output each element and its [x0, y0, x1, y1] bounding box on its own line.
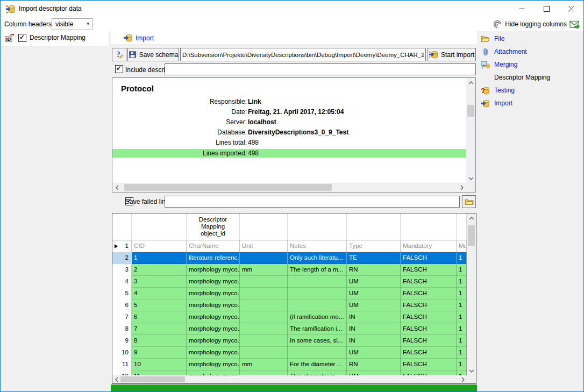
grid-cell[interactable]: 2 [132, 264, 187, 276]
grid-cell[interactable] [240, 252, 288, 264]
import-section-link[interactable]: Import [124, 33, 154, 42]
grid-cell[interactable]: morphology myco... [187, 359, 240, 370]
scroll-right-arrow[interactable] [457, 183, 466, 192]
grid-cell[interactable]: TE [347, 252, 401, 264]
grid-cell[interactable] [288, 347, 347, 359]
grid-cell[interactable] [240, 323, 288, 335]
grid-cell[interactable]: FALSCH [401, 370, 457, 375]
scroll-left-arrow[interactable] [112, 375, 120, 383]
title-bar[interactable]: Import descriptor data [1, 1, 583, 17]
scroll-left-arrow[interactable] [112, 183, 122, 192]
grid-cell[interactable]: 3 [132, 276, 187, 288]
grid-cell[interactable]: This character is... [288, 370, 347, 375]
scroll-up-arrow[interactable] [467, 213, 476, 223]
scroll-thumb[interactable] [124, 184, 332, 191]
grid-cell[interactable]: IN [347, 323, 401, 335]
grid-row-11[interactable]: 1110morphology myco...mmFor the diameter… [112, 359, 467, 370]
grid-cell[interactable]: Multi [457, 240, 467, 252]
grid-row-header[interactable]: 12 [112, 370, 132, 375]
descriptor-mapping-checkbox[interactable] [18, 34, 26, 42]
sidebar-item-import[interactable]: Import [481, 99, 550, 108]
grid-row-header[interactable]: 9 [112, 335, 132, 347]
grid-cell[interactable]: The length of a m... [288, 264, 347, 276]
grid-cell[interactable] [240, 276, 288, 288]
column-headers-dropdown[interactable]: visible ▾ [52, 18, 92, 30]
grid-cell[interactable]: 1 [457, 252, 467, 264]
grid-cell[interactable]: FALSCH [401, 288, 457, 300]
grid-cell[interactable]: RN [347, 359, 401, 370]
grid-row-3[interactable]: 32morphology myco...mmThe length of a m.… [112, 264, 467, 276]
grid-cell[interactable]: Only such literatu... [288, 252, 347, 264]
protocol-horizontal-scrollbar[interactable] [112, 183, 466, 192]
grid-cell[interactable]: 5 [132, 300, 187, 311]
grid-row-header[interactable]: 8 [112, 323, 132, 335]
grid-cell[interactable]: 1 [457, 370, 467, 375]
grid-cell[interactable]: Type [347, 240, 401, 252]
grid-cell[interactable]: 1 [457, 288, 467, 300]
include-description-checkbox[interactable] [115, 65, 123, 73]
grid-cell[interactable]: FALSCH [401, 323, 457, 335]
grid-cell[interactable]: 1 [132, 252, 187, 264]
grid-cell[interactable]: 1 [457, 300, 467, 311]
grid-vertical-scrollbar[interactable] [467, 213, 476, 375]
grid-cell[interactable]: morphology myco... [187, 300, 240, 311]
grid-cell[interactable]: morphology myco... [187, 323, 240, 335]
grid-cell[interactable]: FALSCH [401, 276, 457, 288]
grid-cell[interactable]: FALSCH [401, 347, 457, 359]
mapping-column-header[interactable]: DescriptorMappingobject_id [187, 213, 240, 240]
grid-row-6[interactable]: 65morphology myco...UMFALSCH1 [112, 300, 467, 311]
protocol-vertical-scrollbar[interactable] [466, 78, 475, 183]
sidebar-item-merging[interactable]: Merging [481, 60, 550, 69]
grid-cell[interactable]: morphology myco... [187, 347, 240, 359]
sidebar-item-attachment[interactable]: Attachment [481, 47, 550, 56]
close-button[interactable] [559, 1, 583, 17]
grid-row-header[interactable]: 1 [112, 240, 132, 252]
minimize-button[interactable] [509, 1, 534, 17]
grid-cell[interactable]: 7 [132, 323, 187, 335]
grid-row-9[interactable]: 98morphology myco...In some cases, si...… [112, 335, 467, 347]
help-button[interactable]: ? [112, 48, 126, 61]
include-description-input[interactable] [165, 63, 476, 75]
grid-cell[interactable] [288, 300, 347, 311]
grid-cell[interactable]: FALSCH [401, 359, 457, 370]
grid-cell[interactable]: morphology myco... [187, 311, 240, 323]
grid-cell[interactable]: 1 [457, 323, 467, 335]
maximize-button[interactable] [534, 1, 559, 17]
grid-cell[interactable]: 1 [457, 347, 467, 359]
grid-cell[interactable]: morphology myco... [187, 288, 240, 300]
grid-row-header[interactable]: 4 [112, 276, 132, 288]
grid-cell[interactable] [240, 335, 288, 347]
grid-cell[interactable]: CharName [187, 240, 240, 252]
grid-row-8[interactable]: 87morphology myco...The ramification i..… [112, 323, 467, 335]
grid-cell[interactable] [240, 370, 288, 375]
grid-cell[interactable]: UM [347, 288, 401, 300]
grid-cell[interactable] [288, 276, 347, 288]
grid-cell[interactable]: IN [347, 335, 401, 347]
grid-cell[interactable] [240, 300, 288, 311]
grid-cell[interactable]: 1 [457, 264, 467, 276]
grid-cell[interactable]: Mandatory [401, 240, 457, 252]
grid-cell[interactable] [240, 288, 288, 300]
grid-cell[interactable]: CID [132, 240, 187, 252]
grid-row-header[interactable]: 3 [112, 264, 132, 276]
grid-row-10[interactable]: 109morphology myco...UMFALSCH1 [112, 347, 467, 359]
scroll-down-arrow[interactable] [466, 174, 475, 183]
save-schema-button[interactable]: Save schema [127, 48, 179, 61]
grid-cell[interactable] [240, 311, 288, 323]
grid-cell[interactable]: 1 [457, 359, 467, 370]
scroll-up-arrow[interactable] [466, 78, 475, 87]
grid-cell[interactable]: morphology myco... [187, 335, 240, 347]
scroll-right-arrow[interactable] [459, 375, 467, 383]
grid-cell[interactable]: mm [240, 359, 288, 370]
save-failed-lines-input[interactable] [165, 196, 460, 208]
grid-cell[interactable]: UM [347, 370, 401, 375]
grid-cell[interactable]: 9 [132, 347, 187, 359]
grid-cell[interactable]: For the diameter ... [288, 359, 347, 370]
grid-cell[interactable]: Notes [288, 240, 347, 252]
grid-row-header[interactable]: 6 [112, 300, 132, 311]
browse-folder-button[interactable] [462, 195, 476, 208]
grid-cell[interactable]: morphology myco... [187, 264, 240, 276]
grid-cell[interactable]: morphology myco... [187, 370, 240, 375]
grid-cell[interactable]: FALSCH [401, 311, 457, 323]
grid-cell[interactable]: FALSCH [401, 252, 457, 264]
